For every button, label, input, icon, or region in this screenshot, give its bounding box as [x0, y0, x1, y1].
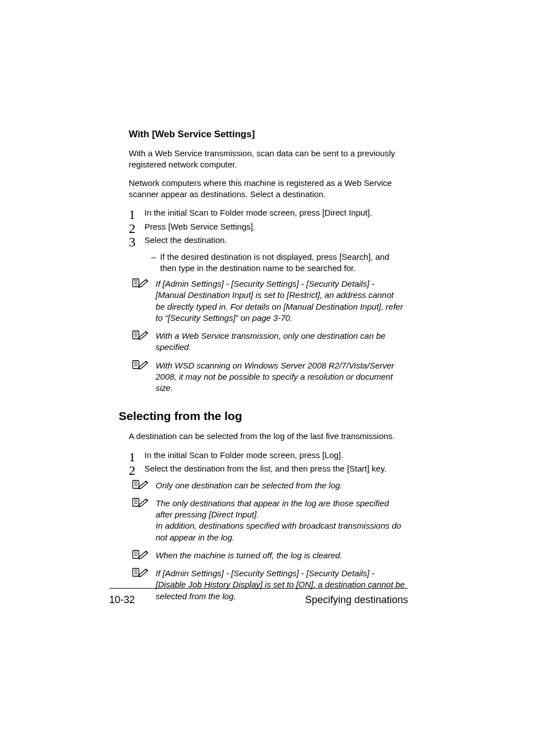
note-pencil-icon	[132, 359, 149, 370]
body-paragraph: With a Web Service transmission, scan da…	[129, 148, 405, 171]
page-number: 10-32	[109, 594, 135, 606]
step-text: In the initial Scan to Folder mode scree…	[144, 450, 343, 460]
sub-bullet: – If the desired destination is not disp…	[129, 251, 405, 274]
footer-divider	[109, 588, 408, 589]
step-item: 1In the initial Scan to Folder mode scre…	[129, 449, 405, 462]
sub-bullet-text: If the desired destination is not displa…	[160, 252, 389, 273]
note-text: Only one destination can be selected fro…	[156, 480, 343, 490]
numbered-steps: 1In the initial Scan to Folder mode scre…	[129, 207, 405, 247]
step-item: 1In the initial Scan to Folder mode scre…	[129, 207, 405, 220]
note: The only destinations that appear in the…	[129, 498, 405, 543]
step-text: Press [Web Service Settings].	[144, 222, 255, 231]
note: With a Web Service transmission, only on…	[129, 330, 405, 353]
step-item: 3Select the destination.	[129, 234, 405, 247]
selecting-from-log-heading: Selecting from the log	[119, 409, 405, 423]
note-pencil-icon	[132, 497, 149, 508]
step-number: 3	[129, 232, 135, 252]
step-text: Select the destination from the list, an…	[144, 464, 386, 473]
note-text: With a Web Service transmission, only on…	[156, 331, 386, 352]
note-pencil-icon	[132, 277, 149, 288]
note-pencil-icon	[132, 329, 149, 340]
page-content: With [Web Service Settings] With a Web S…	[0, 0, 534, 602]
step-text: Select the destination.	[144, 235, 227, 245]
step-item: 2Press [Web Service Settings].	[129, 221, 405, 234]
note-text: If [Admin Settings] - [Security Settings…	[156, 279, 403, 323]
note-text: When the machine is turned off, the log …	[156, 550, 343, 560]
note-text: The only destinations that appear in the…	[156, 498, 389, 519]
note: With WSD scanning on Windows Server 2008…	[129, 360, 405, 394]
note-pencil-icon	[132, 549, 149, 560]
note-text: In addition, destinations specified with…	[156, 521, 401, 542]
note-pencil-icon	[132, 479, 149, 490]
body-paragraph: A destination can be selected from the l…	[129, 431, 405, 442]
step-text: In the initial Scan to Folder mode scree…	[144, 208, 372, 217]
step-item: 2Select the destination from the list, a…	[129, 463, 405, 475]
note: If [Admin Settings] - [Security Settings…	[129, 278, 405, 324]
note: Only one destination can be selected fro…	[129, 480, 405, 491]
numbered-steps: 1In the initial Scan to Folder mode scre…	[129, 449, 405, 475]
dash-bullet: –	[151, 251, 156, 263]
web-service-heading: With [Web Service Settings]	[129, 129, 405, 140]
note: When the machine is turned off, the log …	[129, 550, 405, 561]
note-text: With WSD scanning on Windows Server 2008…	[156, 361, 394, 393]
note-pencil-icon	[132, 567, 149, 578]
body-paragraph: Network computers where this machine is …	[129, 178, 405, 200]
footer-section-title: Specifying destinations	[305, 594, 408, 606]
page-footer: 10-32 Specifying destinations	[109, 588, 408, 606]
step-number: 2	[129, 460, 135, 480]
